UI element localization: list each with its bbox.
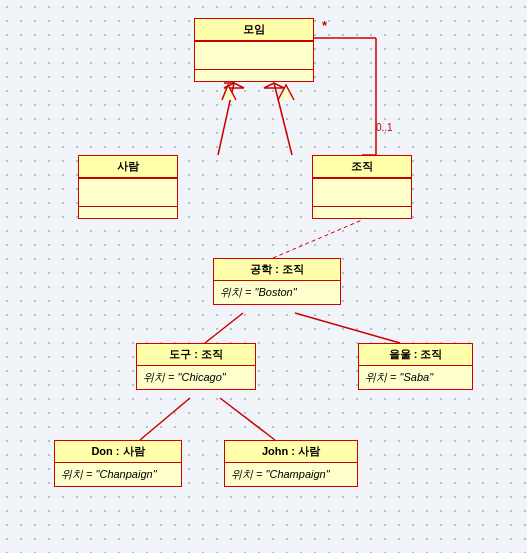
box-don-header: Don : 사람 (55, 441, 181, 463)
svg-line-10 (220, 398, 275, 440)
box-dogu-body: 위치 = "Chicago" (137, 366, 255, 389)
box-jojik-header: 조직 (313, 156, 411, 178)
box-saram-section (79, 206, 177, 218)
box-don: Don : 사람 위치 = "Chanpaign" (54, 440, 182, 487)
box-eulul-header: 을울 : 조직 (359, 344, 472, 366)
box-don-body: 위치 = "Chanpaign" (55, 463, 181, 486)
svg-marker-1 (224, 83, 244, 88)
svg-line-2 (274, 83, 292, 155)
svg-line-9 (140, 398, 190, 440)
box-eulul: 을울 : 조직 위치 = "Saba" (358, 343, 473, 390)
box-jojik-body (313, 178, 411, 206)
svg-line-7 (205, 313, 243, 343)
box-moim-header: 모임 (195, 19, 313, 41)
box-jojik-section (313, 206, 411, 218)
box-moim: 모임 (194, 18, 314, 82)
svg-line-11 (273, 220, 362, 258)
box-eulul-body: 위치 = "Saba" (359, 366, 472, 389)
svg-line-0 (218, 83, 234, 155)
box-gonghak-header: 공학 : 조직 (214, 259, 340, 281)
box-dogu-header: 도구 : 조직 (137, 344, 255, 366)
box-saram-body (79, 178, 177, 206)
mult-label: 0..1 (376, 122, 393, 133)
box-moim-section (195, 69, 313, 81)
box-john-header: John : 사람 (225, 441, 357, 463)
box-gonghak-body: 위치 = "Boston" (214, 281, 340, 304)
star-label: * (322, 18, 327, 33)
box-saram-header: 사람 (79, 156, 177, 178)
svg-line-8 (295, 313, 400, 343)
box-saram: 사람 (78, 155, 178, 219)
box-dogu: 도구 : 조직 위치 = "Chicago" (136, 343, 256, 390)
box-john-body: 위치 = "Champaign" (225, 463, 357, 486)
box-gonghak: 공학 : 조직 위치 = "Boston" (213, 258, 341, 305)
box-jojik: 조직 (312, 155, 412, 219)
svg-marker-3 (264, 83, 284, 88)
box-moim-body (195, 41, 313, 69)
box-john: John : 사람 위치 = "Champaign" (224, 440, 358, 487)
